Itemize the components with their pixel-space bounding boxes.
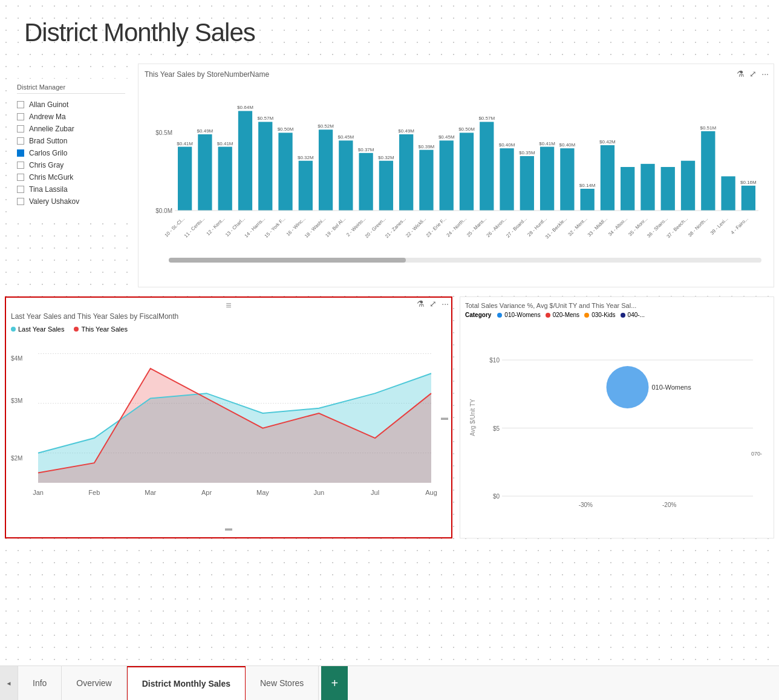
scatter-legend-dot: [497, 313, 502, 318]
svg-text:$10: $10: [489, 357, 500, 364]
tab-item[interactable]: Info: [18, 666, 62, 700]
manager-checkbox[interactable]: [17, 174, 24, 181]
tab-item[interactable]: District Monthly Sales: [127, 666, 246, 700]
y-label-4m: $4M: [11, 355, 22, 362]
svg-text:-20%: -20%: [662, 502, 676, 508]
tab-bar: ◄ InfoOverviewDistrict Monthly SalesNew …: [0, 666, 779, 700]
svg-rect-59: [560, 148, 574, 211]
svg-text:010-Womens: 010-Womens: [652, 384, 692, 391]
svg-text:$0.0M: $0.0M: [155, 208, 172, 214]
svg-text:16 - Winc...: 16 - Winc...: [285, 216, 307, 237]
y-label-2m: $2M: [11, 455, 22, 462]
manager-checkbox[interactable]: [17, 125, 24, 132]
svg-text:20 - Green...: 20 - Green...: [364, 216, 387, 239]
drag-handle[interactable]: ≡: [226, 300, 231, 311]
manager-item[interactable]: Allan Guinot: [17, 99, 125, 111]
area-chart-title: Last Year Sales and This Year Sales by F…: [11, 312, 446, 321]
manager-checkbox[interactable]: [17, 162, 24, 169]
svg-text:$0.52M: $0.52M: [318, 123, 334, 129]
expand-icon[interactable]: ⤢: [749, 69, 757, 79]
svg-text:35 - Monr...: 35 - Monr...: [627, 216, 648, 237]
manager-checkbox[interactable]: [17, 137, 24, 145]
manager-name: Andrew Ma: [29, 113, 66, 121]
svg-rect-50: [500, 148, 513, 211]
district-manager-panel: District Manager Allan GuinotAndrew MaAn…: [12, 79, 130, 212]
svg-text:38 - North...: 38 - North...: [687, 216, 709, 238]
svg-text:19 - Bel Al...: 19 - Bel Al...: [324, 216, 347, 238]
svg-text:$0.39M: $0.39M: [419, 144, 435, 149]
tab-list: InfoOverviewDistrict Monthly SalesNew St…: [18, 666, 319, 700]
svg-text:$0.32M: $0.32M: [298, 155, 314, 160]
area-filter-icon[interactable]: ⚗: [417, 299, 425, 309]
area-resize-right[interactable]: ▬: [440, 413, 449, 422]
manager-checkbox[interactable]: [17, 101, 24, 108]
legend-last-year: Last Year Sales: [11, 325, 64, 333]
svg-point-105: [607, 366, 649, 408]
more-icon[interactable]: ···: [761, 69, 769, 79]
scatter-title: Total Sales Variance %, Avg $/Unit TY an…: [465, 302, 769, 309]
tab-prev-button[interactable]: ◄: [0, 666, 18, 700]
manager-item[interactable]: Brad Sutton: [17, 135, 125, 147]
svg-text:37 - Beech...: 37 - Beech...: [666, 216, 689, 239]
manager-item[interactable]: Chris Gray: [17, 159, 125, 171]
scatter-legend-item: 030-Kids: [584, 312, 615, 318]
svg-text:25 - Mans...: 25 - Mans...: [466, 216, 487, 238]
manager-checkbox[interactable]: [17, 198, 24, 205]
svg-rect-72: [661, 167, 675, 211]
tab-item[interactable]: New Stores: [246, 666, 319, 700]
svg-text:$0.50M: $0.50M: [278, 126, 294, 132]
svg-text:May: May: [256, 489, 269, 496]
svg-rect-68: [621, 167, 634, 211]
svg-text:-30%: -30%: [579, 502, 593, 508]
svg-rect-41: [440, 140, 454, 211]
manager-item[interactable]: Chris McGurk: [17, 171, 125, 183]
svg-rect-17: [278, 132, 292, 211]
scatter-legend-items: 010-Womens020-Mens030-Kids040-...: [497, 312, 645, 318]
manager-name: Brad Sutton: [29, 137, 67, 145]
area-expand-icon[interactable]: ⤢: [429, 299, 437, 309]
svg-text:21 - Zanes...: 21 - Zanes...: [384, 216, 407, 239]
filter-icon[interactable]: ⚗: [737, 69, 745, 79]
manager-checkbox[interactable]: [17, 113, 24, 120]
area-more-icon[interactable]: ···: [442, 299, 449, 309]
legend-this-year: This Year Sales: [74, 325, 127, 333]
svg-rect-79: [721, 176, 735, 211]
svg-text:$0.45M: $0.45M: [338, 134, 354, 140]
svg-text:Feb: Feb: [88, 489, 100, 496]
manager-item[interactable]: Valery Ushakov: [17, 195, 125, 208]
svg-rect-11: [238, 111, 252, 211]
svg-text:$0.5M: $0.5M: [155, 129, 172, 136]
scatter-legend-label: 040-...: [628, 312, 645, 318]
svg-rect-8: [218, 147, 232, 211]
scatter-legend: Category 010-Womens020-Mens030-Kids040-.…: [465, 312, 769, 318]
svg-text:070-: 070-: [751, 451, 762, 457]
svg-text:$0.16M: $0.16M: [740, 180, 757, 185]
tab-item[interactable]: Overview: [62, 666, 126, 700]
svg-rect-76: [701, 131, 715, 211]
y-label-3m: $3M: [11, 397, 22, 404]
manager-item[interactable]: Carlos Grilo: [17, 147, 125, 159]
svg-text:34 - Altoo...: 34 - Altoo...: [607, 216, 628, 237]
svg-text:23 - Erie F...: 23 - Erie F...: [425, 216, 448, 238]
manager-checkbox[interactable]: [17, 149, 24, 157]
svg-text:39 - Lexi...: 39 - Lexi...: [709, 216, 729, 236]
bar-chart-scrollbar[interactable]: [169, 258, 761, 263]
svg-rect-44: [460, 132, 474, 211]
manager-item[interactable]: Annelie Zubar: [17, 123, 125, 135]
manager-name: Valery Ushakov: [29, 197, 79, 206]
svg-text:Aug: Aug: [425, 489, 437, 496]
svg-rect-70: [640, 164, 654, 211]
svg-text:24 - North...: 24 - North...: [446, 216, 468, 238]
scatter-legend-label: 030-Kids: [592, 312, 615, 318]
manager-item[interactable]: Tina Lassila: [17, 183, 125, 195]
svg-text:18 - Washi...: 18 - Washi...: [304, 216, 327, 239]
tab-add-button[interactable]: +: [321, 666, 348, 700]
svg-text:Jul: Jul: [371, 489, 379, 496]
page-title: District Monthly Sales: [24, 18, 255, 47]
svg-text:$0.35M: $0.35M: [519, 150, 535, 155]
manager-item[interactable]: Andrew Ma: [17, 111, 125, 123]
area-chart-container: ≡ ⚗ ⤢ ··· Last Year Sales and This Year …: [5, 296, 452, 538]
area-resize-handle[interactable]: ▬: [225, 524, 232, 532]
svg-text:$0.45M: $0.45M: [438, 134, 455, 140]
manager-checkbox[interactable]: [17, 186, 24, 193]
